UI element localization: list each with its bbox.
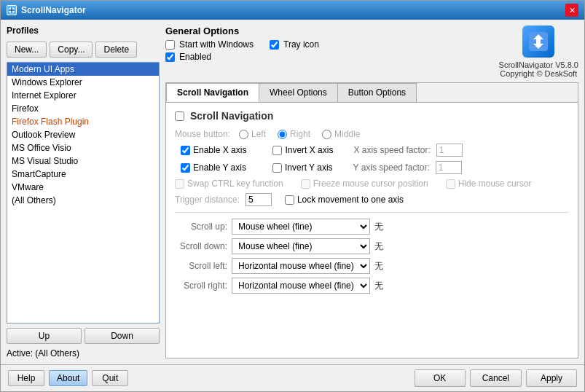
scroll-up-select[interactable]: Mouse wheel (fine) Mouse wheel Horizonta…: [232, 219, 370, 235]
radio-right: Right: [278, 129, 310, 139]
enable-y-label: Enable Y axis: [193, 162, 246, 173]
right-panel: General Options Start with Windows Tray …: [165, 26, 578, 358]
invert-y-checkbox[interactable]: [272, 163, 282, 173]
profile-item-all-others[interactable]: (All Others): [7, 194, 159, 207]
radio-left: Left: [239, 129, 266, 139]
logo-subtitle: Copyright © DeskSoft: [500, 69, 577, 78]
scroll-left-row: Scroll left: Horizontal mouse wheel (fin…: [175, 258, 569, 274]
scroll-left-label: Scroll left:: [175, 261, 227, 271]
mouse-button-row: Mouse button: Left Right: [175, 129, 569, 139]
profile-item-smartcapture[interactable]: SmartCapture: [7, 168, 159, 181]
bottom-bar: Help About Quit OK Cancel Apply: [1, 364, 584, 391]
help-button[interactable]: Help: [8, 370, 44, 386]
profile-item-modern-ui[interactable]: Modern UI Apps: [7, 63, 159, 76]
y-axis-check-group: Enable Y axis Invert Y axis: [181, 162, 333, 173]
invert-y-label: Invert Y axis: [285, 162, 333, 173]
enable-x-label: Enable X axis: [193, 145, 246, 155]
close-button[interactable]: ✕: [565, 4, 578, 17]
scroll-up-char: 无: [374, 221, 383, 233]
tab-bar: Scroll Navigation Wheel Options Button O…: [166, 83, 578, 103]
about-button[interactable]: About: [49, 370, 87, 386]
trigger-distance-row: Trigger distance: Lock movement to one a…: [175, 193, 569, 206]
down-button[interactable]: Down: [85, 328, 160, 344]
tray-icon-checkbox[interactable]: [270, 40, 279, 50]
apply-button[interactable]: Apply: [526, 369, 577, 387]
bottom-right-buttons: OK Cancel Apply: [415, 369, 577, 387]
lock-movement-item: Lock movement to one axis: [285, 195, 404, 205]
x-speed-input[interactable]: [436, 144, 463, 157]
delete-button[interactable]: Delete: [95, 42, 137, 58]
profile-item-firefox-flash[interactable]: Firefox Flash Plugin: [7, 115, 159, 128]
scroll-right-select[interactable]: Horizontal mouse wheel (fine) Horizontal…: [232, 278, 370, 294]
enabled-label: Enabled: [179, 52, 211, 62]
trigger-distance-input[interactable]: [246, 193, 272, 206]
scroll-down-row: Scroll down: Mouse wheel (fine) Mouse wh…: [175, 238, 569, 254]
x-axis-check-group: Enable X axis Invert X axis: [181, 145, 333, 155]
mouse-button-label: Mouse button:: [175, 129, 233, 139]
freeze-cursor-checkbox[interactable]: [301, 179, 310, 189]
invert-x-label: Invert X axis: [285, 145, 333, 155]
enable-y-checkbox[interactable]: [181, 163, 190, 173]
tab-scroll-navigation[interactable]: Scroll Navigation: [166, 83, 259, 102]
enable-x-item: Enable X axis: [181, 145, 246, 155]
app-icon: [7, 5, 17, 15]
cancel-button[interactable]: Cancel: [470, 369, 522, 387]
enable-x-checkbox[interactable]: [181, 146, 190, 155]
window-title: ScrollNavigator: [21, 5, 86, 15]
profile-item-firefox[interactable]: Firefox: [7, 102, 159, 115]
y-axis-row: Enable Y axis Invert Y axis Y axis speed…: [175, 161, 569, 174]
active-value: (All Others): [35, 348, 79, 358]
profile-item-windows-explorer[interactable]: Windows Explorer: [7, 76, 159, 89]
new-button[interactable]: New...: [7, 42, 47, 58]
hide-cursor-checkbox[interactable]: [446, 179, 455, 189]
up-button[interactable]: Up: [7, 328, 82, 344]
separator: [175, 212, 569, 213]
scroll-down-select[interactable]: Mouse wheel (fine) Mouse wheel Horizonta…: [232, 238, 370, 254]
invert-x-item: Invert X axis: [272, 145, 333, 155]
freeze-cursor-item: Freeze mouse cursor position: [301, 179, 428, 189]
invert-x-checkbox[interactable]: [272, 146, 282, 155]
enabled-row: Enabled: [165, 52, 492, 62]
swap-ctrl-label: Swap CTRL key function: [187, 179, 283, 189]
title-bar-left: ScrollNavigator: [7, 5, 86, 15]
swap-ctrl-checkbox[interactable]: [175, 179, 184, 189]
start-with-windows-row: Start with Windows Tray icon: [165, 39, 492, 50]
scroll-nav-title: Scroll Navigation: [190, 110, 273, 122]
quit-button[interactable]: Quit: [92, 370, 128, 386]
bottom-left-buttons: Help About Quit: [8, 370, 128, 386]
copy-button[interactable]: Copy...: [50, 42, 93, 58]
radio-middle-input[interactable]: [322, 130, 331, 139]
logo-title: ScrollNavigator V5.8.0: [499, 60, 578, 69]
general-options-left: General Options Start with Windows Tray …: [165, 26, 492, 64]
scroll-left-select[interactable]: Horizontal mouse wheel (fine) Horizontal…: [232, 258, 370, 274]
enabled-checkbox[interactable]: [165, 52, 175, 62]
scroll-right-label: Scroll right:: [175, 281, 227, 291]
radio-left-input[interactable]: [239, 130, 248, 139]
scroll-left-char: 无: [374, 260, 383, 273]
active-label: Active: (All Others): [7, 348, 160, 358]
general-options-title: General Options: [165, 26, 492, 36]
scroll-down-label: Scroll down:: [175, 241, 227, 251]
scroll-nav-header: Scroll Navigation: [175, 110, 569, 122]
start-with-windows-checkbox[interactable]: [165, 40, 175, 50]
profile-item-vmware[interactable]: VMware: [7, 181, 159, 194]
y-speed-input[interactable]: [436, 161, 462, 174]
lock-movement-checkbox[interactable]: [285, 195, 294, 205]
profile-item-internet-explorer[interactable]: Internet Explorer: [7, 89, 159, 102]
profiles-label: Profiles: [7, 26, 160, 36]
main-content: Profiles New... Copy... Delete Modern UI…: [1, 20, 584, 364]
ok-button[interactable]: OK: [415, 369, 466, 387]
trigger-distance-label: Trigger distance:: [175, 195, 240, 205]
scroll-nav-enable-checkbox[interactable]: [175, 111, 184, 121]
profile-item-outlook[interactable]: Outlook Preview: [7, 128, 159, 141]
scroll-navigation-content: Scroll Navigation Mouse button: Left: [166, 103, 578, 358]
tab-button-options[interactable]: Button Options: [337, 83, 417, 102]
scroll-up-label: Scroll up:: [175, 222, 227, 232]
profile-item-ms-vs[interactable]: MS Visual Studio: [7, 154, 159, 168]
radio-right-input[interactable]: [278, 130, 287, 139]
tab-wheel-options[interactable]: Wheel Options: [259, 83, 338, 102]
profile-item-ms-visio[interactable]: MS Office Visio: [7, 141, 159, 154]
profiles-button-row: New... Copy... Delete: [7, 42, 160, 58]
invert-y-item: Invert Y axis: [272, 162, 333, 173]
hide-cursor-label: Hide mouse cursor: [458, 179, 532, 189]
